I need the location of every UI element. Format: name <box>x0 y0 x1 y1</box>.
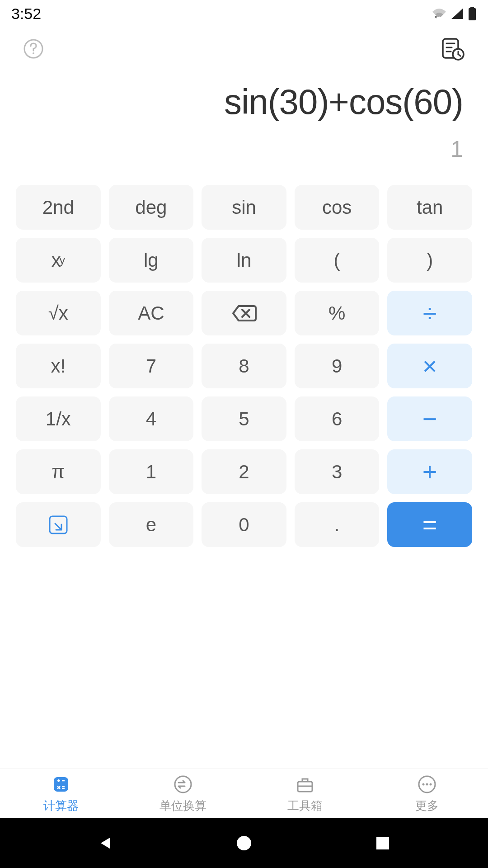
key-divide[interactable]: ÷ <box>387 291 472 335</box>
status-time: 3:52 <box>11 5 41 23</box>
svg-point-29 <box>430 783 432 786</box>
toolbox-icon <box>294 774 316 795</box>
key-reciprocal[interactable]: 1/x <box>16 396 101 441</box>
key-cos[interactable]: cos <box>295 185 380 230</box>
key-5[interactable]: 5 <box>202 396 286 441</box>
svg-rect-14 <box>50 516 67 533</box>
key-6[interactable]: 6 <box>295 396 380 441</box>
key-backspace[interactable] <box>202 291 286 335</box>
key-9[interactable]: 9 <box>295 344 380 388</box>
nav-unit-convert[interactable]: 单位换算 <box>122 769 244 818</box>
back-triangle-icon <box>96 834 114 852</box>
key-dot[interactable]: . <box>295 502 380 547</box>
svg-point-28 <box>426 783 428 786</box>
key-deg[interactable]: deg <box>109 185 194 230</box>
svg-point-27 <box>422 783 425 786</box>
collapse-icon <box>47 514 70 536</box>
svg-rect-31 <box>376 837 389 849</box>
key-2nd[interactable]: 2nd <box>16 185 101 230</box>
backspace-icon <box>231 304 257 322</box>
svg-point-30 <box>237 836 251 850</box>
svg-text:×: × <box>434 14 437 20</box>
nav-more[interactable]: 更多 <box>366 769 488 818</box>
result-text: 1 <box>25 136 463 162</box>
key-plus[interactable]: + <box>387 449 472 494</box>
key-1[interactable]: 1 <box>109 449 194 494</box>
status-bar: 3:52 × <box>0 0 488 27</box>
signal-icon <box>450 7 464 20</box>
nav-toolbox-label: 工具箱 <box>287 798 323 814</box>
key-collapse[interactable] <box>16 502 101 547</box>
key-8[interactable]: 8 <box>202 344 286 388</box>
system-nav <box>0 818 488 868</box>
more-icon <box>416 774 438 795</box>
svg-point-23 <box>175 776 191 793</box>
key-multiply[interactable]: × <box>387 344 472 388</box>
key-factorial[interactable]: x! <box>16 344 101 388</box>
svg-rect-15 <box>54 777 68 792</box>
key-sqrt[interactable]: √x <box>16 291 101 335</box>
expression-text: sin(30)+cos(60) <box>25 81 463 123</box>
key-2[interactable]: 2 <box>202 449 286 494</box>
key-rparen[interactable]: ) <box>387 238 472 283</box>
key-sin[interactable]: sin <box>202 185 286 230</box>
sys-home-button[interactable] <box>234 833 254 853</box>
sys-recent-button[interactable] <box>373 833 393 853</box>
wifi-off-icon: × <box>432 7 447 20</box>
history-button[interactable] <box>438 35 465 64</box>
help-icon <box>23 38 44 60</box>
key-power[interactable]: xy <box>16 238 101 283</box>
svg-point-4 <box>33 52 34 54</box>
svg-rect-2 <box>469 8 476 20</box>
history-icon <box>438 35 465 62</box>
convert-icon <box>172 774 194 795</box>
nav-unit-label: 单位换算 <box>160 798 206 814</box>
calculator-icon <box>50 774 72 795</box>
key-percent[interactable]: % <box>295 291 380 335</box>
battery-icon <box>468 7 477 20</box>
help-button[interactable] <box>23 38 44 61</box>
nav-toolbox[interactable]: 工具箱 <box>244 769 366 818</box>
key-equals[interactable]: = <box>387 502 472 547</box>
key-lparen[interactable]: ( <box>295 238 380 283</box>
recent-square-icon <box>375 836 390 850</box>
nav-more-label: 更多 <box>415 798 439 814</box>
key-minus[interactable]: − <box>387 396 472 441</box>
svg-rect-1 <box>470 7 474 8</box>
header <box>0 27 488 72</box>
home-circle-icon <box>236 835 252 851</box>
status-indicators: × <box>432 7 477 20</box>
key-lg[interactable]: lg <box>109 238 194 283</box>
key-3[interactable]: 3 <box>295 449 380 494</box>
key-4[interactable]: 4 <box>109 396 194 441</box>
keypad: 2nd deg sin cos tan xy lg ln ( ) √x AC %… <box>0 176 488 552</box>
bottom-nav: 计算器 单位换算 工具箱 更多 <box>0 769 488 818</box>
key-ac[interactable]: AC <box>109 291 194 335</box>
key-0[interactable]: 0 <box>202 502 286 547</box>
key-ln[interactable]: ln <box>202 238 286 283</box>
nav-calculator-label: 计算器 <box>43 798 79 814</box>
display-area: sin(30)+cos(60) 1 <box>0 72 488 176</box>
key-7[interactable]: 7 <box>109 344 194 388</box>
key-pi[interactable]: π <box>16 449 101 494</box>
key-e[interactable]: e <box>109 502 194 547</box>
sys-back-button[interactable] <box>95 833 115 853</box>
key-tan[interactable]: tan <box>387 185 472 230</box>
nav-calculator[interactable]: 计算器 <box>0 769 122 818</box>
